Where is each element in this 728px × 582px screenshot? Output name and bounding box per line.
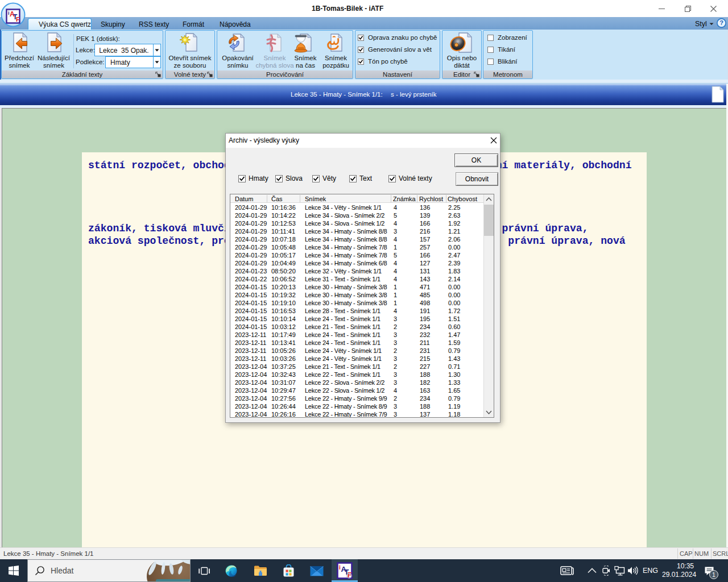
svg-text:?: ?	[719, 19, 723, 26]
svg-text:F: F	[16, 16, 20, 23]
